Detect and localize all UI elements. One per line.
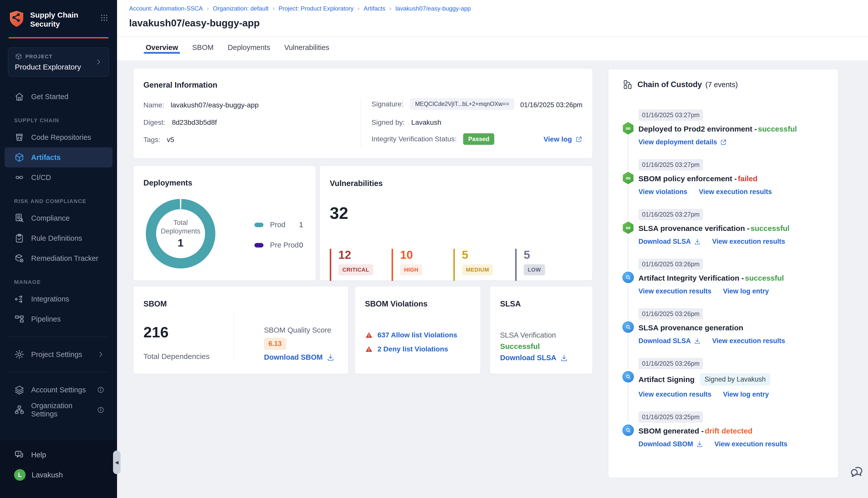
violation-link-637-allow-list-violations[interactable]: 637 Allow list Violations xyxy=(377,331,457,339)
event-timestamp: 01/16/2025 03:27pm xyxy=(638,209,703,220)
event-title-row: Deployed to Prod2 environment - successf… xyxy=(638,125,826,133)
event-link-download-slsa[interactable]: Download SLSA xyxy=(638,337,701,345)
sidebar-item-get-started[interactable]: Get Started xyxy=(0,87,117,107)
sbom-quality-label: SBOM Quality Score xyxy=(264,326,331,335)
event-links: Download SLSAView execution results xyxy=(638,337,826,345)
info-icon xyxy=(97,406,104,414)
vertical-divider xyxy=(234,312,234,362)
sidebar-item-rule-definitions[interactable]: Rule Definitions xyxy=(0,228,117,248)
integrity-status-label: Integrity Verification Status: xyxy=(372,135,457,143)
help-button[interactable]: ? Help xyxy=(0,440,117,465)
user-menu[interactable]: L Lavakush xyxy=(0,465,117,485)
donut-center-label: Total Deployments 1 xyxy=(145,198,216,269)
sidebar-item-remediation-tracker[interactable]: Remediation Tracker xyxy=(0,248,117,268)
sidebar-nav: Get StartedSUPPLY CHAINCode Repositories… xyxy=(0,87,117,329)
sidebar-divider xyxy=(8,337,109,337)
integrity-status-badge: Passed xyxy=(463,133,494,145)
sidebar-item-compliance[interactable]: Compliance xyxy=(0,208,117,228)
event-link-view-log-entry[interactable]: View log entry xyxy=(723,287,769,295)
sidebar-item-project-settings[interactable]: Project Settings xyxy=(0,344,117,365)
event-title: SLSA provenance generation xyxy=(638,324,743,332)
pipeline-icon xyxy=(14,314,25,324)
project-selector[interactable]: PROJECT Product Exploratory xyxy=(8,48,109,77)
event-status: successful xyxy=(745,274,784,283)
share-arrows-icon xyxy=(14,294,25,304)
breadcrumb-link-project-product-exploratory[interactable]: Project: Product Exploratory xyxy=(278,5,354,12)
event-title: Deployed to Prod2 environment xyxy=(638,125,752,133)
app-root: { "colors": { "accent_red": "#e8543c", "… xyxy=(0,0,868,498)
view-log-link[interactable]: View log xyxy=(544,135,582,143)
name-value: lavakush07/easy-buggy-app xyxy=(170,101,258,109)
legend-value: 1 xyxy=(299,221,303,229)
event-link-view-execution-results[interactable]: View execution results xyxy=(712,337,785,345)
timeline-event: 01/16/2025 03:25pmSBOM generated - drift… xyxy=(622,411,826,448)
event-link-view-execution-results[interactable]: View execution results xyxy=(638,391,712,398)
breadcrumb-separator: › xyxy=(272,5,274,12)
tab-deployments[interactable]: Deployments xyxy=(227,37,271,54)
event-title-row: Artifact Integrity Verification - succes… xyxy=(638,274,826,283)
download-icon xyxy=(560,354,568,362)
event-link-view-execution-results[interactable]: View execution results xyxy=(638,287,712,295)
tab-vulnerabilities[interactable]: Vulnerabilities xyxy=(284,37,330,54)
deployments-card: Deployments Total Deployments 1 Prod1Pre… xyxy=(133,166,316,280)
chevron-right-icon xyxy=(97,351,104,358)
module-grid-icon[interactable] xyxy=(100,14,108,22)
help-chat-icon: ? xyxy=(14,449,25,460)
event-link-label: View execution results xyxy=(712,238,785,246)
sidebar-collapse-handle[interactable]: ◀ xyxy=(113,450,120,474)
download-icon xyxy=(327,354,334,361)
breadcrumb-separator: › xyxy=(389,5,391,12)
warning-triangle-icon xyxy=(365,331,373,339)
magnifier-glyph xyxy=(625,274,632,281)
scan-event-icon xyxy=(622,370,634,383)
severity-medium: 5MEDIUM xyxy=(453,249,515,281)
sidebar-item-label: Organization Settings xyxy=(31,402,97,418)
sidebar-item-code-repositories[interactable]: Code Repositories xyxy=(0,127,117,147)
chain-of-custody-panel: Chain of Custody (7 events) 01/16/2025 0… xyxy=(608,69,838,478)
download-sbom-link[interactable]: Download SBOM xyxy=(264,353,334,362)
event-link-view-log-entry[interactable]: View log entry xyxy=(723,391,769,398)
layers-icon xyxy=(14,384,25,395)
sidebar-item-pipelines[interactable]: Pipelines xyxy=(0,309,117,329)
severity-count: 5 xyxy=(462,249,515,261)
signed-by-value: Lavakush xyxy=(411,118,441,127)
download-slsa-link[interactable]: Download SLSA xyxy=(500,354,568,362)
chat-bubbles-icon[interactable] xyxy=(850,462,866,479)
violation-link-2-deny-list-violations[interactable]: 2 Deny list Violations xyxy=(377,345,448,353)
event-dash: - xyxy=(752,125,757,133)
event-link-view-execution-results[interactable]: View execution results xyxy=(699,188,772,196)
nav-section-supply-chain: SUPPLY CHAIN xyxy=(14,117,117,124)
event-link-view-violations[interactable]: View violations xyxy=(638,188,687,196)
event-title: SLSA provenance verification xyxy=(638,224,745,233)
sidebar-item-account-settings[interactable]: Account Settings xyxy=(0,380,117,400)
tab-overview[interactable]: Overview xyxy=(145,37,179,54)
event-link-view-deployment-details[interactable]: View deployment details xyxy=(638,138,727,146)
scan-event-icon xyxy=(622,321,634,333)
sidebar-item-label: Remediation Tracker xyxy=(31,254,99,263)
vulnerabilities-total: 32 xyxy=(330,204,348,223)
sidebar-item-label: Code Repositories xyxy=(31,133,91,142)
sidebar-item-integrations[interactable]: Integrations xyxy=(0,289,117,309)
breadcrumb-link-organization-default[interactable]: Organization: default xyxy=(213,5,268,12)
tab-sbom[interactable]: SBOM xyxy=(192,37,214,54)
event-link-view-execution-results[interactable]: View execution results xyxy=(714,440,788,448)
signature-label: Signature: xyxy=(372,100,404,108)
severity-high: 10HIGH xyxy=(391,249,453,281)
event-title-row: SBOM policy enforcement - failed xyxy=(638,174,826,183)
breadcrumb-link-artifacts[interactable]: Artifacts xyxy=(364,5,386,12)
event-link-label: View violations xyxy=(638,188,687,196)
sidebar-item-organization-settings[interactable]: Organization Settings xyxy=(0,400,117,420)
event-link-download-sbom[interactable]: Download SBOM xyxy=(638,440,703,448)
event-link-label: Download SBOM xyxy=(638,440,693,448)
event-timestamp: 01/16/2025 03:27pm xyxy=(638,159,703,170)
sidebar-item-ci-cd[interactable]: CI/CD xyxy=(0,167,117,187)
sidebar-item-artifacts[interactable]: Artifacts xyxy=(4,147,113,167)
event-link-download-slsa[interactable]: Download SLSA xyxy=(638,238,701,246)
org-chart-icon xyxy=(14,405,25,415)
breadcrumb-link-account-automation-ssca[interactable]: Account: Automation-SSCA xyxy=(129,5,203,12)
project-name: Product Exploratory xyxy=(15,63,95,71)
sidebar-footer: ? Help L Lavakush xyxy=(0,440,117,498)
event-link-view-execution-results[interactable]: View execution results xyxy=(712,238,785,246)
breadcrumb-link-lavakush07-easy-buggy-app[interactable]: lavakush07/easy-buggy-app xyxy=(395,5,471,12)
severity-badge: CRITICAL xyxy=(338,264,373,275)
